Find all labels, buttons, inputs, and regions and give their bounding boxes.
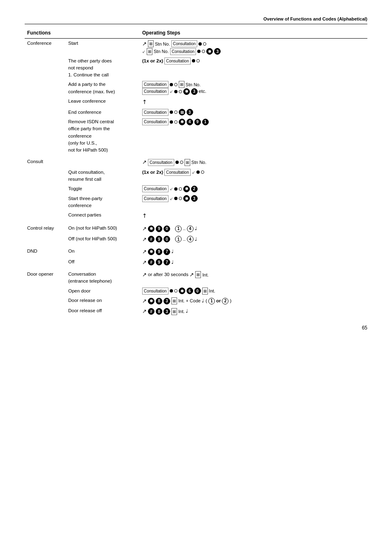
col-operating-steps: Operating Steps xyxy=(140,28,367,39)
table-row: Off ↗ # 9 7 ♩ xyxy=(25,257,367,268)
pbx-icon: ⊞ xyxy=(148,40,154,47)
dot-filled xyxy=(174,197,178,200)
op-row: (1x or 2x) Consultation xyxy=(142,58,365,64)
consultation-box: Consultation xyxy=(142,288,168,295)
op-row: ↗ # 9 7 ♩ xyxy=(142,258,365,267)
consultation-box: Consultation xyxy=(148,159,174,166)
table-row: Off (not for HiPath 500) ↗ # 9 0 1 .. 4 … xyxy=(25,234,367,245)
consultation-box: Consultation xyxy=(142,109,168,116)
dot-outline xyxy=(202,50,205,53)
phone-icon: ↗ xyxy=(142,225,147,233)
dot-outline xyxy=(179,197,182,200)
music-icon: ♩ xyxy=(171,259,174,266)
num-3-button: 3 xyxy=(191,88,198,95)
page-header: Overview of Functions and Codes (Alphabe… xyxy=(25,16,367,24)
dot-filled xyxy=(196,170,200,174)
or-small: or xyxy=(216,297,221,304)
star-button: ✱ xyxy=(206,48,213,55)
op-row: ↗ ✱ 8 3 ⊞ Int. + Code ♩ ( 1 or 2 ) xyxy=(142,297,365,305)
op-cell: ↗ or after 30 seconds ↗ ⊞ Int. xyxy=(140,267,367,286)
table-row: Leave conference ↙ xyxy=(25,97,367,108)
etc-label: etc. xyxy=(199,88,207,95)
consultation-box: Consultation xyxy=(142,118,168,125)
dot-outline xyxy=(174,111,178,114)
num-3-button: 3 xyxy=(164,308,170,315)
music-icon: ♩ xyxy=(186,308,188,315)
op-cell: ↙ xyxy=(140,97,367,108)
wavy-arrow: ↙ xyxy=(170,186,173,192)
music-icon: ♩ xyxy=(195,236,197,243)
pbx-icon: ⊞ xyxy=(179,81,184,88)
consultation-box: Consultation xyxy=(142,185,168,192)
num-4-button: 4 xyxy=(187,119,193,125)
phone-icon: ↗ xyxy=(142,258,147,267)
music-icon: ♩ xyxy=(202,297,204,304)
phone-icon: ↗ xyxy=(142,271,147,279)
group-label xyxy=(25,56,66,80)
op-row: Consultation ⊞ Stn No. xyxy=(142,81,365,88)
op-row: Consultation ⊞ 3 xyxy=(142,109,365,116)
num-9-button: 9 xyxy=(156,236,162,242)
num-7-button: 7 xyxy=(164,259,170,265)
pbx-icon: ⊞ xyxy=(171,297,177,304)
int-label: Int. xyxy=(209,288,215,295)
op-row: ↗ # 9 0 1 .. 4 ♩ xyxy=(142,235,365,244)
consultation-box: Consultation xyxy=(171,40,198,47)
table-row: Start three-partyconference Consultation… xyxy=(25,194,367,211)
dot-filled xyxy=(170,289,173,292)
table-row: Door opener Conversation(entrance teleph… xyxy=(25,267,367,286)
stn-label: Stn No. xyxy=(154,48,169,55)
num-4-button: 4 xyxy=(187,236,194,242)
op-cell: Consultation ⊞ Stn No. Consultation ↙ ✱ … xyxy=(140,80,367,97)
paren-label: (1x or 2x) xyxy=(142,169,163,176)
group-label: Door opener xyxy=(25,267,66,286)
col-sub xyxy=(66,28,140,39)
spacer xyxy=(171,236,174,243)
op-cell: Consultation ✱ 4 9 1 xyxy=(140,117,367,155)
op-row: (1x or 2x) Consultation ↙ xyxy=(142,169,365,176)
group-label xyxy=(25,286,66,296)
sub-label: Leave conference xyxy=(66,97,140,108)
table-row: Conference Start ↗ ⊞ Stn No. Consultatio… xyxy=(25,39,367,56)
num-9-button: 9 xyxy=(194,119,201,125)
op-row: ↙ xyxy=(142,212,365,220)
table-row: Quit consultation,resume first call (1x … xyxy=(25,168,367,184)
dot-outline xyxy=(174,289,178,292)
op-cell: ↗ # 9 7 ♩ xyxy=(140,257,367,268)
num-0-button: 0 xyxy=(194,288,201,294)
phone-icon: ↗ xyxy=(142,235,147,244)
int-label: Int. xyxy=(202,272,208,279)
num-3-button: 3 xyxy=(164,298,170,304)
op-cell: ↗ ⊞ Stn No. Consultation ↙ ⊞ Stn No. Con… xyxy=(140,39,367,56)
dot-filled xyxy=(170,83,173,86)
dot-filled xyxy=(174,187,178,191)
op-cell: (1x or 2x) Consultation xyxy=(140,56,367,80)
dot-label: .. xyxy=(183,236,185,243)
phone-handset-icon: ↗ xyxy=(142,158,147,166)
table-row: Toggle Consultation ↙ ✱ 2 xyxy=(25,184,367,193)
sub-label: The other party doesnot respond1. Contin… xyxy=(66,56,140,80)
star-button: ✱ xyxy=(148,298,154,304)
op-cell: Consultation ↙ ✱ 3 xyxy=(140,194,367,211)
op-row: Consultation ↙ ✱ 3 etc. xyxy=(142,88,365,95)
table-row: Door release off ↗ # 8 3 ⊞ Int. ♩ xyxy=(25,306,367,317)
dot-outline xyxy=(201,170,204,174)
num-1-button: 1 xyxy=(175,236,182,242)
table-row: Consult ↗ Consultation ⊞ Stn No. xyxy=(25,155,367,168)
op-row: Consultation ↙ ✱ 2 xyxy=(142,185,365,192)
dot-outline xyxy=(179,90,182,93)
dot-outline xyxy=(203,42,206,46)
op-row: ↗ or after 30 seconds ↗ ⊞ Int. xyxy=(142,271,365,279)
op-cell: ↗ # 8 3 ⊞ Int. ♩ xyxy=(140,306,367,317)
num-3-button: 3 xyxy=(191,195,198,202)
phone-icon: ↗ xyxy=(142,297,147,305)
num-1-btn: 1 xyxy=(208,298,215,304)
star-button: ✱ xyxy=(148,226,154,232)
dot-filled xyxy=(198,42,202,46)
table-row: Add a party to theconference (max. five)… xyxy=(25,80,367,97)
spacer xyxy=(171,225,174,232)
sub-label: Off xyxy=(66,257,140,268)
consultation-box: Consultation xyxy=(170,48,196,55)
sub-label: Remove ISDN centraloffice party from the… xyxy=(66,117,140,155)
num-1-button: 1 xyxy=(202,119,209,125)
